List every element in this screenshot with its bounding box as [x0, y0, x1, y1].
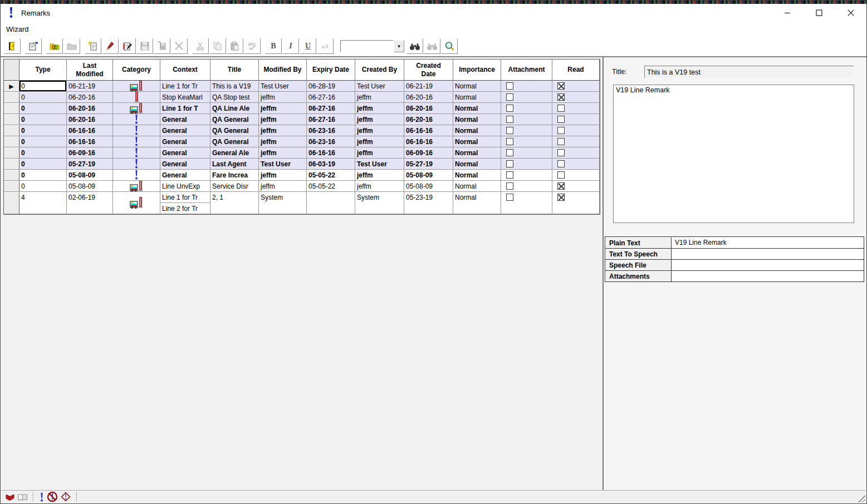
column-header-attachment[interactable]: Attachment: [501, 60, 552, 81]
cell-importance: Normal: [453, 81, 501, 92]
minimize-button[interactable]: [771, 4, 803, 22]
window-controls: [771, 4, 866, 22]
read-checkbox[interactable]: [557, 93, 565, 101]
attachment-checkbox[interactable]: [506, 93, 513, 101]
read-checkbox[interactable]: [557, 138, 565, 145]
column-header-read[interactable]: Read: [552, 60, 600, 81]
column-header-modified-by[interactable]: Modified By: [259, 60, 307, 81]
window-title: Remarks: [21, 9, 50, 17]
paste-button: [227, 38, 243, 54]
copy-icon: [213, 41, 223, 51]
column-header-selector[interactable]: [4, 60, 19, 81]
attachment-checkbox[interactable]: [506, 182, 513, 190]
column-header-expiry-date[interactable]: Expiry Date: [307, 60, 355, 81]
new-remark-button[interactable]: [85, 38, 101, 54]
remark-text-area[interactable]: V19 Line Remark: [613, 85, 854, 223]
search-input[interactable]: [340, 40, 394, 52]
read-checkbox[interactable]: [557, 160, 565, 167]
column-header-title[interactable]: Title: [210, 60, 259, 81]
read-checkbox[interactable]: [557, 116, 565, 123]
properties-button[interactable]: [25, 38, 42, 54]
grid-row-2[interactable]: 006-20-16Stop KeaMarlQA Stop testjeffm06…: [4, 92, 600, 103]
read-checkbox[interactable]: [557, 149, 565, 156]
bold-button[interactable]: B: [265, 38, 282, 54]
column-header-category[interactable]: Category: [113, 60, 160, 81]
find-button[interactable]: [406, 38, 423, 54]
attachment-checkbox[interactable]: [506, 105, 513, 112]
cell-created-by: Test User: [355, 159, 404, 170]
field-value[interactable]: [672, 249, 864, 259]
grid-row-6[interactable]: 006-16-16GeneralQA Generaljeffm06-23-16j…: [4, 136, 600, 147]
grid-row-10[interactable]: 005-08-09Line UnvExpService Disrjeffm05-…: [4, 181, 600, 192]
status-bar: [1, 490, 866, 503]
attachment-checkbox[interactable]: [506, 127, 513, 134]
cell-attachment: [501, 159, 552, 170]
grid-row-9[interactable]: 005-08-09GeneralFare Increajeffm05-05-22…: [4, 170, 600, 181]
attachment-checkbox[interactable]: [506, 160, 513, 167]
grid-row-11[interactable]: 402-06-19Line 1 for TrLine 2 for Tr2, 1S…: [4, 192, 600, 214]
menu-item-wizard[interactable]: Wizard: [1, 25, 34, 33]
column-header-context[interactable]: Context: [160, 60, 210, 81]
find-next-binoculars-icon: [427, 42, 438, 51]
column-header-importance[interactable]: Importance: [453, 60, 501, 81]
cell-title: General Ale: [210, 147, 259, 159]
detail-title-input[interactable]: [644, 66, 854, 78]
refresh-categories-button[interactable]: [46, 38, 63, 54]
detail-fields-table: Plain Text V19 Line Remark Text To Speec…: [605, 236, 864, 282]
combo-dropdown-button[interactable]: ▼: [394, 40, 404, 52]
folder-icon: [67, 41, 77, 51]
modify-remark-button[interactable]: [119, 38, 136, 54]
field-value[interactable]: V19 Line Remark: [672, 237, 864, 248]
detail-field-row: Text To Speech: [605, 248, 864, 259]
cell-importance: Normal: [453, 192, 501, 214]
italic-button[interactable]: I: [282, 38, 299, 54]
attachment-checkbox[interactable]: [506, 194, 513, 201]
detail-field-row: Plain Text V19 Line Remark: [605, 237, 864, 248]
attachment-checkbox[interactable]: [506, 116, 513, 123]
read-checkbox[interactable]: [557, 82, 565, 90]
read-checkbox[interactable]: [557, 194, 565, 201]
column-header-last-modified[interactable]: LastModified: [67, 60, 113, 81]
column-header-created-by[interactable]: Created By: [355, 60, 404, 81]
read-checkbox[interactable]: [557, 182, 565, 190]
delete-cross-icon: [174, 41, 184, 51]
read-checkbox[interactable]: [557, 171, 565, 179]
statusbar-remark-icons-segment: [35, 491, 75, 502]
column-header-created-date[interactable]: CreatedDate: [404, 60, 453, 81]
attachment-checkbox[interactable]: [506, 138, 513, 145]
cell-created-date: 06-21-19: [404, 81, 453, 92]
column-header-type[interactable]: Type: [19, 60, 67, 81]
field-value[interactable]: [672, 271, 864, 281]
attachment-checkbox[interactable]: [506, 82, 513, 90]
find-binoculars-icon: [409, 42, 420, 51]
grid-row-4[interactable]: 006-20-16GeneralQA Generaljeffm06-27-16j…: [4, 114, 600, 125]
row-selector-cell: [4, 103, 19, 114]
grid-row-7[interactable]: 006-09-16GeneralGeneral Alejeffm06-16-16…: [4, 147, 600, 159]
grid-header-row: TypeLastModifiedCategoryContextTitleModi…: [4, 60, 600, 81]
cell-importance: Normal: [453, 92, 501, 103]
preview-button[interactable]: [441, 38, 458, 54]
attachment-checkbox[interactable]: [506, 149, 513, 156]
cell-title: Last Agent: [210, 159, 259, 170]
bus-stop-icon: [130, 103, 143, 114]
attachment-checkbox[interactable]: [506, 171, 513, 179]
grid-row-8[interactable]: 005-27-19GeneralLast AgentTest User06-03…: [4, 159, 600, 170]
cell-type: 0: [19, 125, 67, 136]
statusbar-separator: [76, 492, 77, 502]
underline-button[interactable]: U: [300, 38, 316, 54]
grid-row-1[interactable]: ▶006-21-19Line 1 for TrThis is a V19Test…: [4, 81, 600, 92]
maximize-button[interactable]: [803, 4, 835, 22]
cell-context: Line 1 for TrLine 2 for Tr: [160, 192, 210, 214]
grid-row-3[interactable]: 006-20-16Line 1 for TQA Line Alejeffm06-…: [4, 103, 600, 114]
read-checkbox[interactable]: [557, 105, 565, 112]
close-button[interactable]: [835, 4, 866, 22]
cell-last-modified: 05-08-09: [67, 170, 113, 181]
read-checkbox[interactable]: [557, 127, 565, 134]
field-value[interactable]: [672, 260, 864, 270]
change-case-label: aA: [322, 43, 329, 50]
edit-remark-button[interactable]: [102, 38, 119, 54]
cell-read: [552, 114, 600, 125]
grid-row-5[interactable]: 006-16-16GeneralQA Generaljeffm06-23-16j…: [4, 125, 600, 136]
row-selector-cell: [4, 192, 19, 214]
exit-button[interactable]: [4, 38, 21, 54]
